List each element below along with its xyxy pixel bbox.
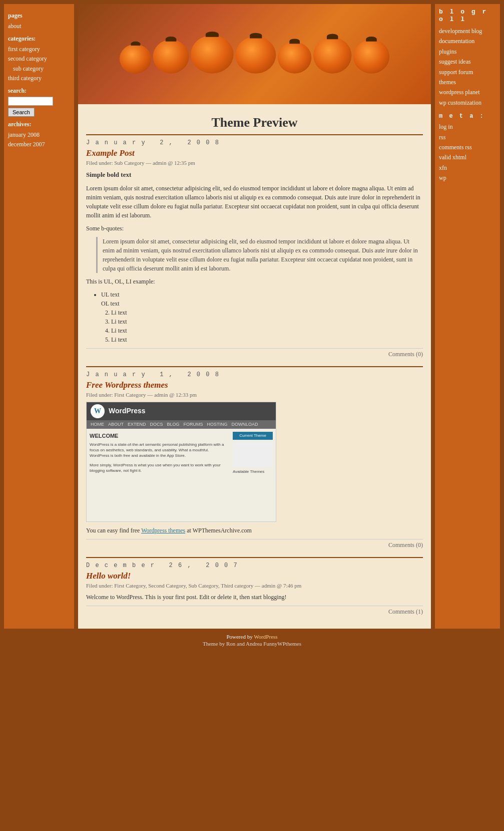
blockquote-1: Lorem ipsum dolor sit amet, consectetur … [96, 237, 423, 273]
sidebar-item-third-category[interactable]: third category [8, 74, 70, 83]
list-section: UL text OL text Li text Li text Li text … [96, 290, 423, 344]
blogroll-title: b l o g r o l l [439, 8, 496, 23]
wordpress-themes-link[interactable]: Wordpress themes [141, 527, 185, 534]
meta-links: log in rss comments rss valid xhtml xfn … [439, 122, 496, 183]
post-comments-2[interactable]: Comments (0) [86, 539, 423, 549]
blogroll-sidebar: b l o g r o l l development blog documen… [435, 4, 500, 629]
archive-jan-2008[interactable]: january 2008 [8, 130, 70, 140]
post-body-3: Welcome to WordPress. This is your first… [86, 593, 423, 602]
content-area: Theme Preview J a n u a r y 2 , 2 0 0 8 … [78, 104, 431, 629]
meta-wp[interactable]: wp [439, 173, 496, 183]
blogroll-wp-customization[interactable]: wp customization [439, 98, 496, 108]
pumpkin-5 [278, 42, 312, 73]
blogroll-documentation[interactable]: documentation [439, 36, 496, 46]
meta-log-in[interactable]: log in [439, 122, 496, 132]
hello-world-text: Welcome to WordPress. This is your first… [86, 593, 423, 602]
wp-theme-preview [233, 442, 273, 467]
meta-rss[interactable]: rss [439, 132, 496, 142]
wordpress-link[interactable]: WordPress [254, 634, 277, 640]
bold-text: Simple bold text [86, 170, 423, 180]
pumpkin-decoration [120, 35, 389, 74]
center-column: Theme Preview J a n u a r y 2 , 2 0 0 8 … [78, 4, 431, 629]
wp-nav-hosting: HOSTING [207, 421, 228, 428]
li-item-1: Li text [111, 308, 423, 317]
wp-nav-docs: DOCS [150, 421, 163, 428]
post-comments-3[interactable]: Comments (1) [86, 606, 423, 616]
li-item-3: Li text [111, 326, 423, 335]
list-label: This is UL, OL, LI example: [86, 277, 423, 286]
pumpkin-4 [235, 36, 276, 73]
blogroll-development-blog[interactable]: development blog [439, 26, 496, 36]
pumpkin-1 [120, 44, 151, 74]
header-image [78, 4, 431, 104]
li-item-2: Li text [111, 317, 423, 326]
wordpress-screenshot: W WordPress HOME ABOUT EXTEND DOCS BLOG … [86, 402, 276, 522]
wp-sidebar-content: Current Theme Available Themes [233, 432, 273, 518]
sidebar-item-first-category[interactable]: first category [8, 45, 70, 54]
wp-nav: HOME ABOUT EXTEND DOCS BLOG FORUMS HOSTI… [87, 420, 276, 429]
archives-label: archives: [8, 121, 70, 128]
pumpkin-3 [191, 35, 234, 74]
post-hello-world: D e c e m b e r 2 6 , 2 0 0 7 Hello worl… [86, 557, 423, 616]
site-title: Theme Preview [86, 109, 423, 134]
blogroll-wordpress-planet[interactable]: wordpress planet [439, 87, 496, 97]
blogroll-plugins[interactable]: plugins [439, 47, 496, 57]
wp-simply-text: More simply, WordPress is what you use w… [90, 462, 229, 473]
footer: Powered by WordPress Theme by Ron and An… [4, 631, 500, 650]
wp-title-text: WordPress [109, 406, 146, 416]
meta-comments-rss[interactable]: comments rss [439, 142, 496, 152]
post-body-2: W WordPress HOME ABOUT EXTEND DOCS BLOG … [86, 402, 423, 535]
sidebar: pages about categories: first category s… [4, 4, 74, 629]
sidebar-item-second-category[interactable]: second category [8, 54, 70, 64]
post-meta-2: Filed under: First Category — admin @ 12… [86, 392, 423, 398]
post-meta-3: Filed under: First Category, Second Cate… [86, 583, 423, 589]
post-meta-1: Filed under: Sub Category — admin @ 12:3… [86, 160, 423, 166]
ul-item: UL text [101, 290, 423, 299]
blogroll-themes[interactable]: themes [439, 77, 496, 87]
categories-label: categories: [8, 35, 70, 43]
archive-dec-2007[interactable]: december 2007 [8, 140, 70, 149]
pumpkin-2 [153, 40, 189, 74]
post-comments-1[interactable]: Comments (0) [86, 348, 423, 358]
footer-theme-credit: Theme by Ron and Andrea FunnyWPthemes [7, 641, 497, 647]
wp-welcome-text: WordPress is a state-of-the-art semantic… [90, 442, 229, 459]
wp-body: WELCOME WordPress is a state-of-the-art … [87, 429, 276, 521]
post-date-1: J a n u a r y 2 , 2 0 0 8 [86, 139, 423, 146]
blogroll-links: development blog documentation plugins s… [439, 26, 496, 108]
themes-text: You can easy find free Wordpress themes … [86, 526, 423, 535]
archives-section: archives: january 2008 december 2007 [8, 121, 70, 149]
meta-xfn[interactable]: xfn [439, 163, 496, 173]
search-label: search: [8, 87, 70, 95]
wp-current-theme: Current Theme [233, 432, 273, 440]
wp-header: W WordPress [87, 402, 276, 420]
about-link[interactable]: about [8, 22, 70, 31]
wp-logo: W [91, 404, 105, 418]
ul-list: UL text [101, 290, 423, 299]
ol-list: OL text Li text Li text Li text Li text [111, 299, 423, 344]
search-input[interactable] [8, 97, 53, 106]
meta-valid-xhtml[interactable]: valid xhtml [439, 152, 496, 162]
post-title-1: Example Post [86, 148, 423, 158]
footer-powered-by: Powered by WordPress [7, 634, 497, 640]
blogroll-suggest-ideas[interactable]: suggest ideas [439, 57, 496, 67]
wp-nav-about: ABOUT [108, 421, 124, 428]
post-example: J a n u a r y 2 , 2 0 0 8 Example Post F… [86, 134, 423, 358]
wp-available-themes: Available Themes [233, 469, 273, 475]
post-body-1: Simple bold text Lorem ipsum dolor sit a… [86, 170, 423, 344]
body-para-1: Lorem ipsum dolor sit amet, consectetur … [86, 184, 423, 220]
sidebar-item-sub-category[interactable]: sub category [13, 64, 70, 74]
pages-label: pages [8, 12, 70, 20]
wp-nav-forums: FORUMS [184, 421, 203, 428]
page-wrapper: pages about categories: first category s… [0, 0, 504, 654]
pumpkin-7 [353, 40, 389, 74]
ol-label: OL text [101, 299, 423, 308]
powered-by-text: Powered by [226, 634, 254, 640]
post-title-2: Free Wordpress themes [86, 380, 423, 390]
main-layout: pages about categories: first category s… [4, 4, 500, 629]
pumpkin-6 [313, 37, 352, 73]
blogroll-support-forum[interactable]: support forum [439, 67, 496, 77]
post-title-3: Hello world! [86, 571, 423, 581]
search-button[interactable]: Search [8, 108, 35, 117]
wp-nav-download: DOWNLOAD [232, 421, 258, 428]
post-wordpress-themes: J a n u a r y 1 , 2 0 0 8 Free Wordpress… [86, 366, 423, 549]
